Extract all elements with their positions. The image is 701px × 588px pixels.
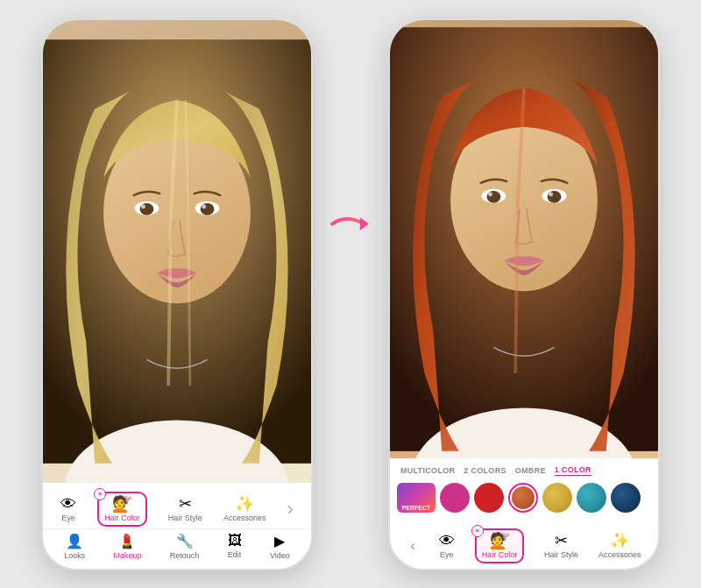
nav-edit-left[interactable]: 🖼 Edit: [228, 533, 242, 559]
hairstyle-icon-right: ✂: [555, 533, 568, 549]
swatch-red[interactable]: [474, 483, 504, 513]
right-photo-svg: [390, 20, 658, 458]
svg-point-18: [549, 192, 553, 196]
color-filter-tabs: MULTICOLOR 2 COLORS OMBRE 1 COLOR: [397, 464, 651, 481]
svg-point-8: [202, 204, 206, 209]
haircolor-icon-left: 💇: [112, 496, 131, 512]
right-photo-area: [390, 20, 658, 458]
edit-icon-left: 🖼: [228, 533, 242, 549]
makeup-icon-left: 💄: [118, 533, 136, 549]
haircolor-x-badge-right[interactable]: ×: [471, 525, 484, 537]
eye-icon-left: 👁: [60, 496, 76, 512]
tab-haircolor-label-left: Hair Color: [104, 514, 140, 522]
hairstyle-icon-left: ✂: [179, 496, 192, 512]
tab-accessories-left[interactable]: ✨ Accessories: [223, 496, 266, 522]
nav-retouch-left[interactable]: 🔧 Retouch: [170, 533, 200, 560]
nav-looks-left[interactable]: 👤 Looks: [64, 533, 85, 560]
haircolor-icon-right: 💇: [490, 533, 509, 549]
tab-hairstyle-label-right: Hair Style: [544, 550, 578, 559]
swatch-teal[interactable]: [577, 483, 606, 513]
accessories-icon-right: ✨: [610, 533, 629, 549]
tab-hairstyle-label-left: Hair Style: [168, 514, 202, 522]
swatch-magenta[interactable]: [440, 483, 470, 513]
tab-eye-left[interactable]: 👁 Eye: [60, 496, 76, 522]
left-bottom-nav: 👤 Looks 💄 Makeup 🔧 Retouch 🖼 Edit: [43, 528, 311, 565]
haircolor-x-badge[interactable]: ×: [94, 488, 106, 500]
left-toolbar: 👁 Eye × 💇 Hair Color ✂ Hair: [43, 483, 311, 569]
tab-ombre[interactable]: OMBRE: [515, 466, 546, 475]
tab-haircolor-right[interactable]: × 💇 Hair Color: [475, 528, 525, 563]
svg-point-7: [141, 204, 145, 209]
swatch-perfect-label: PERFECT: [402, 505, 431, 511]
tab-multicolor[interactable]: MULTICOLOR: [400, 466, 455, 475]
more-icon-left: ›: [287, 499, 294, 519]
left-photo-area: [43, 20, 311, 483]
tab-1color[interactable]: 1 COLOR: [555, 465, 591, 476]
tab-hairstyle-left[interactable]: ✂ Hair Style: [168, 496, 202, 522]
haircolor-box-left: × 💇 Hair Color: [97, 492, 147, 527]
accessories-icon-left: ✨: [235, 496, 254, 512]
right-arrow-icon: [329, 207, 372, 242]
right-phone-screen: MULTICOLOR 2 COLORS OMBRE 1 COLOR PERFEC…: [390, 20, 658, 569]
tab-back-right[interactable]: ‹: [407, 538, 418, 554]
tab-haircolor-left[interactable]: × 💇 Hair Color: [97, 492, 147, 527]
swatch-auburn[interactable]: [508, 483, 538, 513]
retouch-icon-left: 🔧: [176, 533, 194, 549]
nav-makeup-left[interactable]: 💄 Makeup: [113, 533, 141, 560]
right-phone: MULTICOLOR 2 COLORS OMBRE 1 COLOR PERFEC…: [388, 18, 660, 570]
tab-haircolor-label-right: Hair Color: [482, 550, 518, 559]
haircolor-box-right: × 💇 Hair Color: [475, 528, 525, 563]
swatch-navy[interactable]: [611, 483, 641, 513]
right-toolbar: ‹ 👁 Eye × 💇 Hair Color: [390, 520, 658, 569]
back-icon: ‹: [407, 538, 418, 554]
left-photo-svg: [43, 20, 311, 483]
left-toolbar-tabs: 👁 Eye × 💇 Hair Color ✂ Hair: [43, 488, 311, 528]
swatch-perfect[interactable]: PERFECT: [397, 483, 435, 513]
video-icon-left: ▶: [274, 533, 285, 549]
nav-retouch-label-left: Retouch: [170, 551, 200, 560]
tab-accessories-label-right: Accessories: [598, 550, 641, 559]
tab-2colors[interactable]: 2 COLORS: [464, 466, 506, 475]
color-swatches: PERFECT: [397, 481, 651, 516]
color-picker-area: MULTICOLOR 2 COLORS OMBRE 1 COLOR PERFEC…: [390, 458, 658, 520]
tab-eye-right[interactable]: 👁 Eye: [439, 533, 455, 559]
left-phone: 👁 Eye × 💇 Hair Color ✂ Hair: [41, 18, 313, 570]
right-toolbar-tabs: ‹ 👁 Eye × 💇 Hair Color: [390, 525, 658, 565]
nav-video-label-left: Video: [270, 551, 290, 560]
tab-eye-label-right: Eye: [440, 550, 454, 559]
app-container: 👁 Eye × 💇 Hair Color ✂ Hair: [0, 0, 701, 588]
tab-accessories-label-left: Accessories: [223, 514, 266, 522]
svg-marker-9: [360, 217, 369, 230]
tab-accessories-right[interactable]: ✨ Accessories: [598, 533, 641, 559]
tab-eye-label-left: Eye: [61, 514, 75, 522]
left-phone-screen: 👁 Eye × 💇 Hair Color ✂ Hair: [43, 20, 311, 569]
nav-video-left[interactable]: ▶ Video: [270, 533, 290, 560]
nav-looks-label-left: Looks: [64, 551, 85, 560]
tab-more-left[interactable]: ›: [287, 499, 294, 519]
nav-makeup-label-left: Makeup: [113, 551, 141, 560]
arrow-container: [329, 207, 372, 242]
svg-point-17: [488, 192, 492, 196]
nav-edit-label-left: Edit: [228, 550, 242, 559]
looks-icon-left: 👤: [66, 533, 83, 549]
swatch-golden[interactable]: [542, 483, 572, 513]
eye-icon-right: 👁: [439, 533, 455, 549]
tab-hairstyle-right[interactable]: ✂ Hair Style: [544, 533, 578, 559]
